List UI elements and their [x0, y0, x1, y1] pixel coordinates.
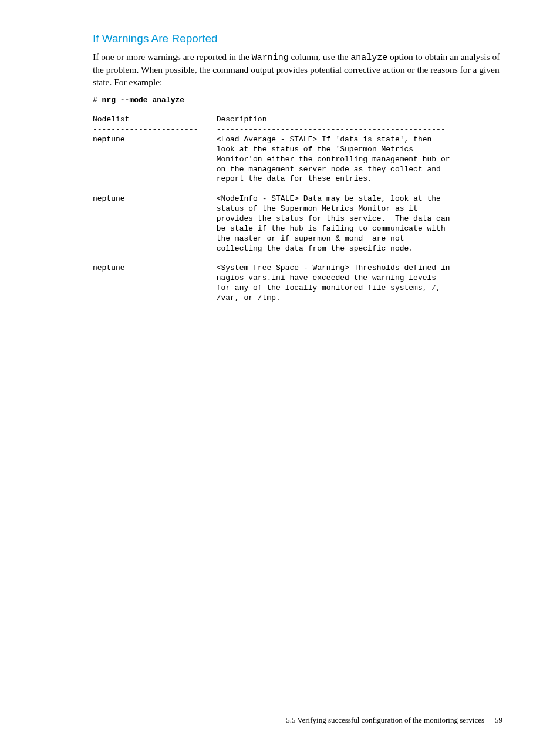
page-content: If Warnings Are Reported If one or more …	[0, 0, 560, 303]
section-heading: If Warnings Are Reported	[93, 32, 502, 45]
footer-section-text: 5.5 Verifying successful configuration o…	[286, 715, 484, 724]
page-number: 59	[495, 715, 502, 724]
command-text: nrg --mode analyze	[102, 96, 184, 104]
body-paragraph: If one or more warnings are reported in …	[93, 51, 502, 89]
paragraph-part1: If one or more warnings are reported in …	[93, 52, 252, 62]
paragraph-part2: column, use the	[289, 52, 350, 62]
inline-code-warning: Warning	[252, 53, 289, 63]
command-line: # nrg --mode analyze	[93, 96, 502, 104]
page-footer: 5.5 Verifying successful configuration o…	[286, 715, 502, 725]
command-prompt: #	[93, 96, 102, 104]
terminal-output: Nodelist Description -------------------…	[93, 115, 502, 303]
inline-code-analyze: analyze	[350, 53, 387, 63]
